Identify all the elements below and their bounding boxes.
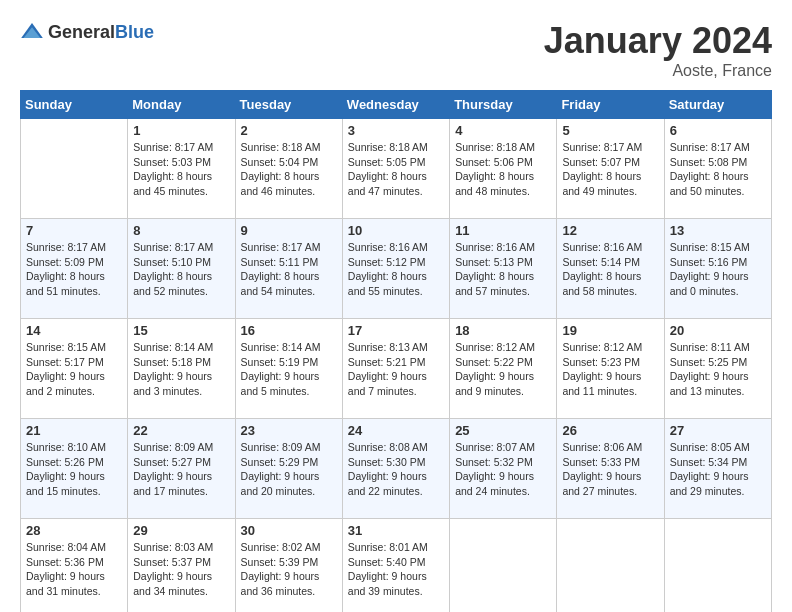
day-info: Sunrise: 8:03 AMSunset: 5:37 PMDaylight:… (133, 540, 229, 599)
day-number: 29 (133, 523, 229, 538)
day-cell: 23Sunrise: 8:09 AMSunset: 5:29 PMDayligh… (235, 419, 342, 519)
day-info: Sunrise: 8:18 AMSunset: 5:05 PMDaylight:… (348, 140, 444, 199)
day-cell: 22Sunrise: 8:09 AMSunset: 5:27 PMDayligh… (128, 419, 235, 519)
day-cell: 21Sunrise: 8:10 AMSunset: 5:26 PMDayligh… (21, 419, 128, 519)
column-header-wednesday: Wednesday (342, 91, 449, 119)
day-cell: 2Sunrise: 8:18 AMSunset: 5:04 PMDaylight… (235, 119, 342, 219)
day-cell: 17Sunrise: 8:13 AMSunset: 5:21 PMDayligh… (342, 319, 449, 419)
column-header-thursday: Thursday (450, 91, 557, 119)
column-header-monday: Monday (128, 91, 235, 119)
day-info: Sunrise: 8:16 AMSunset: 5:14 PMDaylight:… (562, 240, 658, 299)
day-number: 23 (241, 423, 337, 438)
day-cell: 13Sunrise: 8:15 AMSunset: 5:16 PMDayligh… (664, 219, 771, 319)
day-info: Sunrise: 8:17 AMSunset: 5:03 PMDaylight:… (133, 140, 229, 199)
day-number: 22 (133, 423, 229, 438)
day-info: Sunrise: 8:17 AMSunset: 5:07 PMDaylight:… (562, 140, 658, 199)
day-info: Sunrise: 8:17 AMSunset: 5:10 PMDaylight:… (133, 240, 229, 299)
day-number: 20 (670, 323, 766, 338)
day-cell: 26Sunrise: 8:06 AMSunset: 5:33 PMDayligh… (557, 419, 664, 519)
day-info: Sunrise: 8:09 AMSunset: 5:29 PMDaylight:… (241, 440, 337, 499)
day-number: 6 (670, 123, 766, 138)
location-title: Aoste, France (544, 62, 772, 80)
day-info: Sunrise: 8:01 AMSunset: 5:40 PMDaylight:… (348, 540, 444, 599)
day-number: 13 (670, 223, 766, 238)
day-info: Sunrise: 8:16 AMSunset: 5:12 PMDaylight:… (348, 240, 444, 299)
day-info: Sunrise: 8:14 AMSunset: 5:19 PMDaylight:… (241, 340, 337, 399)
day-number: 17 (348, 323, 444, 338)
day-number: 8 (133, 223, 229, 238)
logo-icon (20, 20, 44, 44)
day-number: 2 (241, 123, 337, 138)
week-row-4: 21Sunrise: 8:10 AMSunset: 5:26 PMDayligh… (21, 419, 772, 519)
day-number: 3 (348, 123, 444, 138)
day-cell: 24Sunrise: 8:08 AMSunset: 5:30 PMDayligh… (342, 419, 449, 519)
day-info: Sunrise: 8:10 AMSunset: 5:26 PMDaylight:… (26, 440, 122, 499)
day-info: Sunrise: 8:12 AMSunset: 5:23 PMDaylight:… (562, 340, 658, 399)
day-number: 15 (133, 323, 229, 338)
day-info: Sunrise: 8:02 AMSunset: 5:39 PMDaylight:… (241, 540, 337, 599)
day-number: 14 (26, 323, 122, 338)
day-cell: 16Sunrise: 8:14 AMSunset: 5:19 PMDayligh… (235, 319, 342, 419)
day-cell: 27Sunrise: 8:05 AMSunset: 5:34 PMDayligh… (664, 419, 771, 519)
day-cell: 3Sunrise: 8:18 AMSunset: 5:05 PMDaylight… (342, 119, 449, 219)
logo-blue-text: Blue (115, 23, 154, 41)
day-number: 16 (241, 323, 337, 338)
day-number: 26 (562, 423, 658, 438)
day-number: 10 (348, 223, 444, 238)
page-header: General Blue January 2024 Aoste, France (20, 20, 772, 80)
day-info: Sunrise: 8:17 AMSunset: 5:11 PMDaylight:… (241, 240, 337, 299)
day-cell: 18Sunrise: 8:12 AMSunset: 5:22 PMDayligh… (450, 319, 557, 419)
day-cell (21, 119, 128, 219)
month-title: January 2024 (544, 20, 772, 62)
week-row-3: 14Sunrise: 8:15 AMSunset: 5:17 PMDayligh… (21, 319, 772, 419)
day-info: Sunrise: 8:12 AMSunset: 5:22 PMDaylight:… (455, 340, 551, 399)
day-cell: 30Sunrise: 8:02 AMSunset: 5:39 PMDayligh… (235, 519, 342, 613)
day-number: 19 (562, 323, 658, 338)
calendar-table: SundayMondayTuesdayWednesdayThursdayFrid… (20, 90, 772, 612)
day-cell: 14Sunrise: 8:15 AMSunset: 5:17 PMDayligh… (21, 319, 128, 419)
day-cell: 1Sunrise: 8:17 AMSunset: 5:03 PMDaylight… (128, 119, 235, 219)
day-info: Sunrise: 8:15 AMSunset: 5:17 PMDaylight:… (26, 340, 122, 399)
day-cell (450, 519, 557, 613)
title-block: January 2024 Aoste, France (544, 20, 772, 80)
day-cell: 29Sunrise: 8:03 AMSunset: 5:37 PMDayligh… (128, 519, 235, 613)
day-cell: 10Sunrise: 8:16 AMSunset: 5:12 PMDayligh… (342, 219, 449, 319)
day-cell: 31Sunrise: 8:01 AMSunset: 5:40 PMDayligh… (342, 519, 449, 613)
day-info: Sunrise: 8:06 AMSunset: 5:33 PMDaylight:… (562, 440, 658, 499)
day-cell: 25Sunrise: 8:07 AMSunset: 5:32 PMDayligh… (450, 419, 557, 519)
day-info: Sunrise: 8:17 AMSunset: 5:08 PMDaylight:… (670, 140, 766, 199)
day-number: 1 (133, 123, 229, 138)
week-row-1: 1Sunrise: 8:17 AMSunset: 5:03 PMDaylight… (21, 119, 772, 219)
day-number: 7 (26, 223, 122, 238)
day-number: 5 (562, 123, 658, 138)
day-cell: 8Sunrise: 8:17 AMSunset: 5:10 PMDaylight… (128, 219, 235, 319)
column-header-friday: Friday (557, 91, 664, 119)
day-info: Sunrise: 8:16 AMSunset: 5:13 PMDaylight:… (455, 240, 551, 299)
day-number: 12 (562, 223, 658, 238)
column-header-saturday: Saturday (664, 91, 771, 119)
day-info: Sunrise: 8:07 AMSunset: 5:32 PMDaylight:… (455, 440, 551, 499)
column-header-sunday: Sunday (21, 91, 128, 119)
column-header-tuesday: Tuesday (235, 91, 342, 119)
day-number: 4 (455, 123, 551, 138)
day-info: Sunrise: 8:18 AMSunset: 5:04 PMDaylight:… (241, 140, 337, 199)
day-cell (557, 519, 664, 613)
day-cell: 15Sunrise: 8:14 AMSunset: 5:18 PMDayligh… (128, 319, 235, 419)
day-number: 30 (241, 523, 337, 538)
day-cell: 20Sunrise: 8:11 AMSunset: 5:25 PMDayligh… (664, 319, 771, 419)
day-cell: 6Sunrise: 8:17 AMSunset: 5:08 PMDaylight… (664, 119, 771, 219)
day-cell: 9Sunrise: 8:17 AMSunset: 5:11 PMDaylight… (235, 219, 342, 319)
week-row-2: 7Sunrise: 8:17 AMSunset: 5:09 PMDaylight… (21, 219, 772, 319)
calendar-header-row: SundayMondayTuesdayWednesdayThursdayFrid… (21, 91, 772, 119)
day-cell: 7Sunrise: 8:17 AMSunset: 5:09 PMDaylight… (21, 219, 128, 319)
day-info: Sunrise: 8:18 AMSunset: 5:06 PMDaylight:… (455, 140, 551, 199)
day-number: 11 (455, 223, 551, 238)
day-cell: 4Sunrise: 8:18 AMSunset: 5:06 PMDaylight… (450, 119, 557, 219)
day-info: Sunrise: 8:14 AMSunset: 5:18 PMDaylight:… (133, 340, 229, 399)
day-info: Sunrise: 8:17 AMSunset: 5:09 PMDaylight:… (26, 240, 122, 299)
logo: General Blue (20, 20, 154, 44)
day-number: 31 (348, 523, 444, 538)
day-number: 18 (455, 323, 551, 338)
day-cell: 12Sunrise: 8:16 AMSunset: 5:14 PMDayligh… (557, 219, 664, 319)
day-cell (664, 519, 771, 613)
